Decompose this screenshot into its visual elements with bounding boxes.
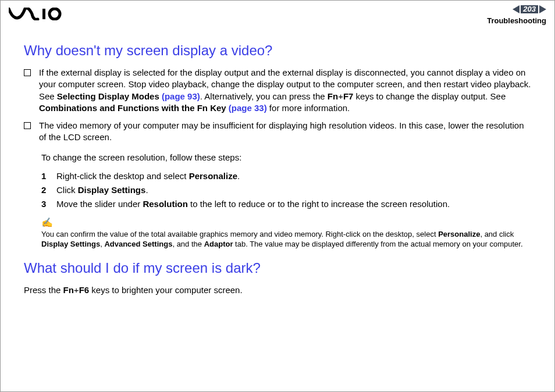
final-paragraph: Press the Fn+F6 keys to brighten your co… xyxy=(24,284,531,296)
text: Right-click the desktop and select xyxy=(56,171,189,181)
text: + xyxy=(338,91,343,101)
text: to the left to reduce or to the right to… xyxy=(188,199,450,209)
bullet-text: The video memory of your computer may be… xyxy=(39,120,531,144)
bullet-text: If the external display is selected for … xyxy=(39,67,531,114)
page-link-33[interactable]: (page 33) xyxy=(229,103,267,113)
bullet-list: If the external display is selected for … xyxy=(24,67,531,144)
text: . Alternatively, you can press the xyxy=(200,91,328,101)
note-text: You can confirm the value of the total a… xyxy=(41,229,531,250)
page-link-93[interactable]: (page 93) xyxy=(162,91,200,101)
text: Press the xyxy=(24,285,63,295)
steps-list: 1 Right-click the desktop and select Per… xyxy=(41,169,531,211)
step-item: 2 Click Display Settings. xyxy=(41,183,531,197)
section-label: Troubleshooting xyxy=(487,16,546,25)
text: keys to brighten your computer screen. xyxy=(89,285,242,295)
step-item: 3 Move the slider under Resolution to th… xyxy=(41,197,531,211)
bold: Fn xyxy=(63,285,74,295)
bullet-item: The video memory of your computer may be… xyxy=(24,120,531,144)
text: , and click xyxy=(480,230,514,238)
text: You can confirm the value of the total a… xyxy=(41,230,438,238)
page-header: 203 Troubleshooting xyxy=(1,1,554,25)
text: tab. The value may be displayed differen… xyxy=(233,240,522,248)
text: , and the xyxy=(172,240,204,248)
step-text: Click Display Settings. xyxy=(56,183,148,197)
steps-intro: To change the screen resolution, follow … xyxy=(41,152,531,163)
bold: Fn xyxy=(328,91,338,101)
page-navigator: 203 xyxy=(513,5,546,13)
square-bullet-icon xyxy=(24,122,31,129)
bold: Adaptor xyxy=(204,240,233,248)
prev-page-arrow[interactable] xyxy=(513,5,520,13)
text: . xyxy=(237,171,240,181)
vaio-logo-svg xyxy=(9,8,62,20)
step-number: 1 xyxy=(41,169,48,183)
bold: Display Settings xyxy=(41,240,100,248)
heading-dark: What should I do if my screen is dark? xyxy=(24,260,531,276)
text: for more information. xyxy=(267,103,350,113)
step-number: 2 xyxy=(41,183,48,197)
bold: Resolution xyxy=(143,199,188,209)
page-content: Why doesn't my screen display a video? I… xyxy=(1,25,554,296)
bold: Display Settings xyxy=(78,185,146,195)
vaio-logo xyxy=(9,5,62,20)
next-page-arrow[interactable] xyxy=(539,5,546,13)
step-text: Move the slider under Resolution to the … xyxy=(56,197,450,211)
bold: Advanced Settings xyxy=(104,240,172,248)
svg-point-1 xyxy=(49,9,60,19)
bold: Personalize xyxy=(189,171,237,181)
text: + xyxy=(74,285,79,295)
note-icon: ✍ xyxy=(41,217,531,228)
header-right: 203 Troubleshooting xyxy=(487,5,546,25)
text: . xyxy=(145,185,148,195)
text: Move the slider under xyxy=(56,199,143,209)
square-bullet-icon xyxy=(24,69,31,76)
bold: Selecting Display Modes xyxy=(57,91,162,101)
bold: F6 xyxy=(79,285,90,295)
page-number: 203 xyxy=(521,5,538,13)
svg-rect-0 xyxy=(42,9,45,19)
bold: Combinations and Functions with the Fn K… xyxy=(39,103,229,113)
step-text: Right-click the desktop and select Perso… xyxy=(56,169,240,183)
step-item: 1 Right-click the desktop and select Per… xyxy=(41,169,531,183)
step-number: 3 xyxy=(41,197,48,211)
text: keys to change the display output. See xyxy=(353,91,506,101)
bullet-item: If the external display is selected for … xyxy=(24,67,531,114)
heading-video: Why doesn't my screen display a video? xyxy=(24,42,531,59)
bold: F7 xyxy=(343,91,354,101)
text: Click xyxy=(56,185,78,195)
bold: Personalize xyxy=(438,230,480,238)
